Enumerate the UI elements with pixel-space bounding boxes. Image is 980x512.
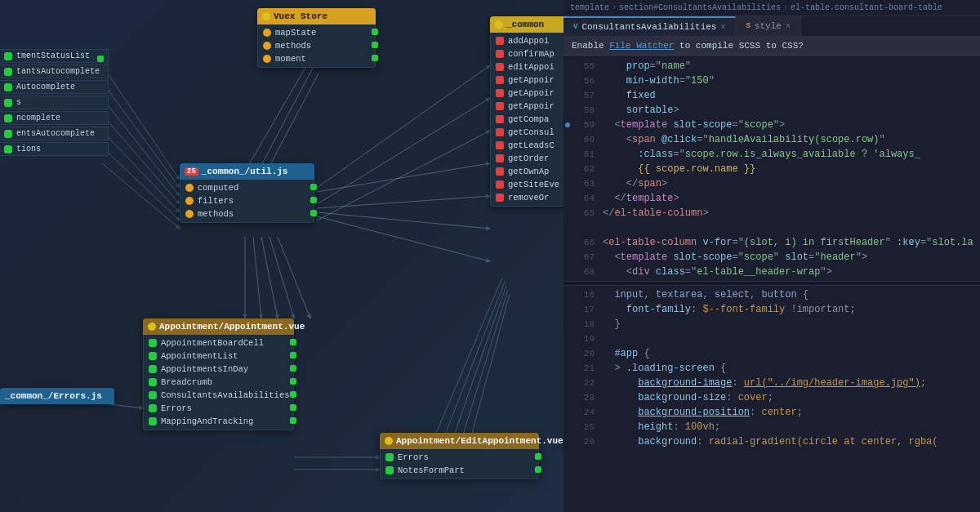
code-section-divider xyxy=(564,281,980,286)
line-num-17: 17 xyxy=(573,302,603,317)
code-line-56: 56 min-width="150" xyxy=(564,73,980,88)
tab-label-consultants: ConsultantsAvailabilities xyxy=(581,22,716,32)
line-num-26: 26 xyxy=(573,434,603,449)
line-num-21: 21 xyxy=(573,361,603,376)
tab-css-icon: S xyxy=(746,22,750,30)
partial-label-3: Autocomplete xyxy=(0,80,109,94)
line-num-62: 62 xyxy=(573,162,603,176)
partial-label-4: s xyxy=(0,96,109,109)
partial-label-6: entsAutocomplete xyxy=(0,127,109,140)
code-line-66: 66 <el-table-column v-for="(slot, i) in … xyxy=(564,235,980,250)
line-content-66: <el-table-column v-for="(slot, i) in fir… xyxy=(603,235,980,250)
line-num-66: 66 xyxy=(573,235,603,250)
code-line-22: 22 background-image: url("../img/header-… xyxy=(564,376,980,390)
tab-consultants-availabilities[interactable]: V ConsultantsAvailabilities × xyxy=(564,16,736,36)
node-edit-appointment[interactable]: Appointment/EditAppointment.vue Errors N… xyxy=(380,433,539,479)
svg-line-21 xyxy=(278,237,310,318)
svg-line-20 xyxy=(270,237,294,318)
file-watcher-banner: Enable File Watcher to compile SCSS to C… xyxy=(564,37,980,56)
code-line-58: 58 sortable> xyxy=(564,103,980,118)
node-edit-appointment-header: Appointment/EditAppointment.vue xyxy=(380,433,539,449)
node-appointment-header: Appointment/Appointment.vue xyxy=(143,318,294,335)
line-content-62: {{ scope.row.name }} xyxy=(603,162,980,176)
line-num-67: 67 xyxy=(573,250,603,265)
line-content-20: #app { xyxy=(603,346,980,361)
node-errors[interactable]: _common_/Errors.js xyxy=(0,388,114,404)
breadcrumb-part-3: el-table.consultant-board-table xyxy=(791,3,942,12)
code-line-21: 21 > .loading-screen { xyxy=(564,361,980,376)
breadcrumb: template › section#ConsultantsAvailabili… xyxy=(564,0,980,16)
line-content-21: > .loading-screen { xyxy=(603,361,980,376)
svg-line-18 xyxy=(253,237,261,318)
tab-close-style[interactable]: × xyxy=(786,22,791,31)
svg-line-10 xyxy=(102,65,180,180)
code-line-24: 24 background-position: center; xyxy=(564,405,980,420)
node-row-appointmentlist: AppointmentList xyxy=(144,349,293,363)
line-num-23: 23 xyxy=(573,390,603,405)
svg-line-15 xyxy=(102,147,180,220)
tab-style[interactable]: S style × xyxy=(736,16,800,36)
line-content-25: height: 100vh; xyxy=(603,420,980,434)
line-content-22: background-image: url("../img/header-ima… xyxy=(603,376,980,390)
code-line-65: 65 </el-table-column> xyxy=(564,206,980,220)
line-content-26: background: radial-gradient(circle at ce… xyxy=(603,434,980,449)
node-row-appointmentsinday: AppointmentsInDay xyxy=(144,363,293,376)
code-line-67: 67 <template slot-scope="scope" slot="he… xyxy=(564,250,980,265)
code-line-63: 63 </span> xyxy=(564,176,980,191)
node-vuex-store[interactable]: Vuex Store mapState methods moment xyxy=(257,8,376,68)
line-content-18: } xyxy=(603,317,980,332)
svg-line-3 xyxy=(317,65,490,188)
node-appointment[interactable]: Appointment/Appointment.vue AppointmentB… xyxy=(143,318,294,430)
code-line-19: 19 xyxy=(564,332,980,346)
code-lines-container: 55 prop="name" 56 min-width="150" 57 fix… xyxy=(564,56,980,452)
line-content-23: background-size: cover; xyxy=(603,390,980,405)
svg-line-12 xyxy=(102,98,180,196)
svg-line-28 xyxy=(457,290,508,453)
tab-vue-icon: V xyxy=(573,23,577,31)
code-line-55: 55 prop="name" xyxy=(564,59,980,73)
partial-labels-list: tmentStatusList tantsAutocomplete Autoco… xyxy=(0,49,109,157)
line-num-56: 56 xyxy=(573,73,603,88)
code-line-60: 60 <span @click="handleAvailability(scop… xyxy=(564,132,980,147)
code-line-25: 25 height: 100vh; xyxy=(564,420,980,434)
line-num-58: 58 xyxy=(573,103,603,118)
partial-label-1: tmentStatusList xyxy=(0,49,109,63)
svg-line-5 xyxy=(317,131,490,220)
partial-label-2: tantsAutocomplete xyxy=(0,65,109,78)
code-line-59: 59 <template slot-scope="scope"> xyxy=(564,118,980,132)
node-row-mapstate: mapState xyxy=(258,26,375,39)
file-watcher-link[interactable]: File Watcher xyxy=(609,41,674,51)
code-line-62: 62 {{ scope.row.name }} xyxy=(564,162,980,176)
tab-close-consultants[interactable]: × xyxy=(720,23,725,32)
line-content-58: sortable> xyxy=(603,103,980,118)
svg-line-8 xyxy=(317,212,490,229)
line-content-67: <template slot-scope="scope" slot="heade… xyxy=(603,250,980,265)
svg-line-6 xyxy=(317,163,490,192)
line-num-16: 16 xyxy=(573,287,603,302)
node-state-header: Vuex Store xyxy=(257,8,376,24)
line-content-56: min-width="150" xyxy=(603,73,980,88)
node-common-util[interactable]: 25 _common_/util.js computed filters met… xyxy=(180,163,314,223)
svg-line-27 xyxy=(449,286,506,449)
tabs-bar: V ConsultantsAvailabilities × S style × xyxy=(564,16,980,37)
code-line-64: 64 </template> xyxy=(564,191,980,206)
code-line-23: 23 background-size: cover; xyxy=(564,390,980,405)
line-content-57: fixed xyxy=(603,88,980,103)
line-content-60: <span @click="handleAvailability(scope.r… xyxy=(603,132,980,147)
line-content-64: </template> xyxy=(603,191,980,206)
line-content-61: :class="scope.row.is_always_available ? … xyxy=(603,147,980,162)
code-content: 55 prop="name" 56 min-width="150" 57 fix… xyxy=(564,56,980,512)
line-num-57: 57 xyxy=(573,88,603,103)
code-line-68: 68 <div class="el-table__header-wrap"> xyxy=(564,265,980,279)
svg-line-26 xyxy=(441,282,505,445)
code-line-empty1 xyxy=(564,220,980,235)
line-content-24: background-position: center; xyxy=(603,405,980,420)
line-num-24: 24 xyxy=(573,405,603,420)
code-editor: template › section#ConsultantsAvailabili… xyxy=(564,0,980,512)
gutter-dot-59 xyxy=(565,122,570,127)
breadcrumb-separator-1: › xyxy=(612,3,617,12)
node-util-badge: 25 xyxy=(185,167,198,176)
node-row-errors: Errors xyxy=(144,402,293,415)
file-watcher-suffix: to compile SCSS to CSS? xyxy=(679,41,804,51)
code-line-61: 61 :class="scope.row.is_always_available… xyxy=(564,147,980,162)
